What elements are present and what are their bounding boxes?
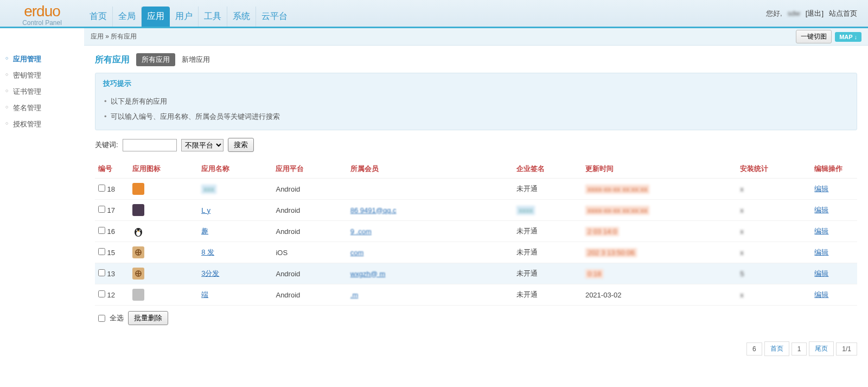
batch-delete-button[interactable]: 批量删除 <box>128 311 168 325</box>
app-icon <box>132 289 144 301</box>
row-checkbox[interactable] <box>98 185 105 192</box>
app-name-link[interactable]: 端 <box>201 290 208 299</box>
batch-row: 全选 批量删除 <box>95 306 857 331</box>
breadcrumb: 应用 » 所有应用 <box>91 32 137 41</box>
edit-link[interactable]: 编辑 <box>814 206 828 214</box>
row-checkbox[interactable] <box>98 290 105 297</box>
app-icon <box>132 268 144 280</box>
member-link[interactable]: 86 9491@qq.c <box>350 206 397 214</box>
sidebar-item-0[interactable]: 应用管理 <box>0 51 84 67</box>
app-icon <box>132 246 144 258</box>
updated-time: 0:18 <box>585 269 603 278</box>
install-count: 5 <box>737 263 811 284</box>
row-checkbox[interactable] <box>98 269 105 276</box>
edit-link[interactable]: 编辑 <box>814 269 828 277</box>
greeting: 您好, <box>766 9 782 18</box>
nav-item-1[interactable]: 全局 <box>113 7 142 27</box>
member-link[interactable]: wxgzh@ m <box>350 270 386 278</box>
app-platform: Android <box>272 179 347 200</box>
svg-point-3 <box>139 230 141 231</box>
subtab-new-app[interactable]: 新增应用 <box>182 55 210 65</box>
svg-point-4 <box>138 231 139 232</box>
map-button[interactable]: MAP ↓ <box>835 32 861 42</box>
app-icon <box>132 204 144 216</box>
updated-time: xxxx-xx-xx xx:xx:xx <box>585 185 650 194</box>
logo-subtitle: Control Panel <box>0 19 84 27</box>
select-all-checkbox[interactable] <box>98 315 105 322</box>
search-row: 关键词: 不限平台 搜索 <box>95 138 857 152</box>
edit-link[interactable]: 编辑 <box>814 290 828 299</box>
tip-box: 技巧提示 以下是所有的应用可以输入编号、应用名称、所属会员等关键词进行搜索 <box>95 73 857 130</box>
tip-item: 以下是所有的应用 <box>111 94 849 109</box>
pager-first[interactable]: 首页 <box>764 341 789 356</box>
member-link[interactable]: com <box>350 249 364 257</box>
table-row: 18xxxAndroid未开通xxxx-xx-xx xx:xx:xxx编辑 <box>95 179 857 200</box>
nav-item-6[interactable]: 云平台 <box>256 7 293 27</box>
sign-status: 未开通 <box>513 179 582 200</box>
sidebar-item-2[interactable]: 证书管理 <box>0 84 84 100</box>
nav-item-2[interactable]: 应用 <box>142 7 170 27</box>
sidebar-item-1[interactable]: 密钥管理 <box>0 67 84 84</box>
page-title: 所有应用 <box>95 54 130 66</box>
col-header: 应用平台 <box>272 160 347 179</box>
app-platform: iOS <box>272 242 347 263</box>
tip-item: 可以输入编号、应用名称、所属会员等关键词进行搜索 <box>111 109 849 124</box>
sidebar-item-4[interactable]: 授权管理 <box>0 116 84 132</box>
app-name-link[interactable]: 趣 <box>201 227 208 235</box>
platform-select[interactable]: 不限平台 <box>181 139 224 151</box>
app-name-link[interactable]: 8 发 <box>201 248 214 256</box>
tip-list: 以下是所有的应用可以输入编号、应用名称、所属会员等关键词进行搜索 <box>103 94 849 124</box>
member-link[interactable]: 9 .com <box>350 227 372 236</box>
edit-link[interactable]: 编辑 <box>814 248 828 256</box>
logout-link[interactable]: [退出] <box>806 9 824 18</box>
pager: 6 首页 1 尾页 1/1 <box>746 341 857 356</box>
main-content: 所有应用 所有应用 新增应用 技巧提示 以下是所有的应用可以输入编号、应用名称、… <box>84 46 868 364</box>
sign-status: 未开通 <box>513 242 582 263</box>
nav-item-4[interactable]: 工具 <box>199 7 227 27</box>
sign-status: xxxx <box>516 206 535 215</box>
updated-time: xxxx-xx-xx xx:xx:xx <box>585 206 650 215</box>
install-count: x <box>737 200 811 221</box>
sidebar: 应用管理密钥管理证书管理签名管理授权管理 <box>0 46 84 364</box>
col-header: 企业签名 <box>513 160 582 179</box>
row-checkbox[interactable] <box>98 227 105 234</box>
edit-link[interactable]: 编辑 <box>814 227 828 235</box>
member-link[interactable]: .m <box>350 291 358 299</box>
col-header: 编号 <box>95 160 129 179</box>
keyword-input[interactable] <box>123 139 177 151</box>
select-all-label: 全选 <box>110 313 124 323</box>
app-name-link[interactable]: L y <box>201 206 210 214</box>
app-platform: Android <box>272 263 347 284</box>
search-button[interactable]: 搜索 <box>228 138 254 152</box>
install-count: x <box>737 221 811 242</box>
nav-item-5[interactable]: 系统 <box>227 7 256 27</box>
nav-item-3[interactable]: 用户 <box>170 7 199 27</box>
tip-title: 技巧提示 <box>103 79 849 88</box>
col-header: 应用图标 <box>129 160 198 179</box>
row-checkbox[interactable] <box>98 248 105 255</box>
pager-last[interactable]: 尾页 <box>809 341 834 356</box>
app-name-link[interactable]: 3分发 <box>201 269 219 277</box>
toggle-image-button[interactable]: 一键切图 <box>796 30 832 43</box>
subtab-all-apps[interactable]: 所有应用 <box>136 53 175 66</box>
install-count: x <box>737 284 811 306</box>
top-bar: erduo Control Panel 首页全局应用用户工具系统云平台 您好, … <box>0 0 868 28</box>
sidebar-item-3[interactable]: 签名管理 <box>0 100 84 116</box>
main-nav: 首页全局应用用户工具系统云平台 <box>84 0 293 27</box>
svg-point-2 <box>136 230 137 231</box>
pager-total: 6 <box>746 342 762 356</box>
col-header: 更新时间 <box>582 160 737 179</box>
username: sdw <box>788 9 800 17</box>
nav-item-0[interactable]: 首页 <box>84 7 113 27</box>
table-row: 12 端Android .m未开通2021-03-02x编辑 <box>95 284 857 306</box>
site-home-link[interactable]: 站点首页 <box>829 9 857 18</box>
app-icon <box>132 183 144 195</box>
updated-time: 2 03 14:0 <box>585 227 619 236</box>
row-checkbox[interactable] <box>98 206 105 213</box>
updated-time: 202 3 13:50:06 <box>585 248 637 257</box>
sign-status: 未开通 <box>513 284 582 306</box>
edit-link[interactable]: 编辑 <box>814 185 828 193</box>
col-header: 所属会员 <box>347 160 513 179</box>
sign-status: 未开通 <box>513 221 582 242</box>
keyword-label: 关键词: <box>95 140 118 150</box>
